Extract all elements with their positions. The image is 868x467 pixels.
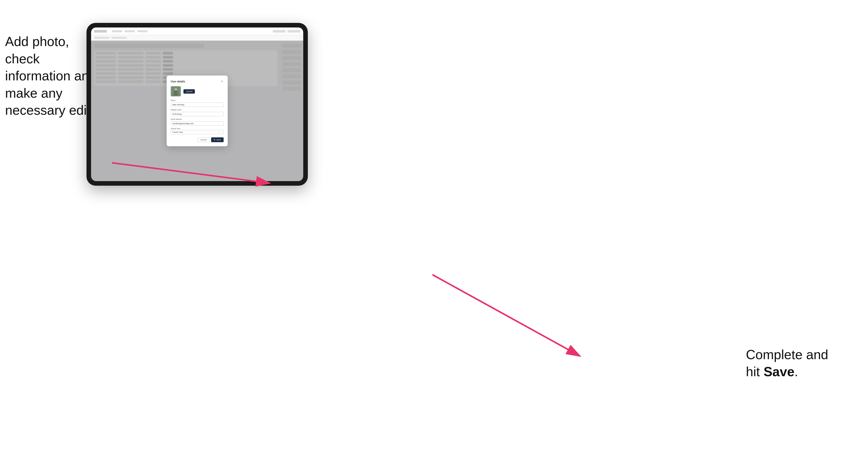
school-year-value: Fourth Year xyxy=(173,131,183,133)
save-icon: ⬆ xyxy=(214,138,215,141)
chevron-down-icon: ⌄ xyxy=(220,131,222,133)
nav-item-1 xyxy=(112,30,122,32)
clear-icon[interactable]: × xyxy=(218,131,220,133)
svg-point-2 xyxy=(173,92,178,96)
photo-section: Upload xyxy=(171,86,224,96)
avatar xyxy=(171,86,181,96)
header-btn-1 xyxy=(273,30,285,33)
nav-item-3 xyxy=(137,30,148,32)
select-icons: × ⌄ xyxy=(218,131,222,133)
email-field-group: Email address xyxy=(171,118,224,126)
display-name-input[interactable] xyxy=(171,112,224,116)
user-details-modal: User details × xyxy=(167,75,228,146)
close-icon[interactable]: × xyxy=(220,80,224,83)
app-header xyxy=(91,28,303,35)
name-label: Name xyxy=(171,99,224,101)
modal-title: User details xyxy=(171,80,185,83)
app-header-right xyxy=(273,30,300,33)
modal-overlay: User details × xyxy=(91,41,303,181)
app-nav xyxy=(112,30,148,32)
school-year-label: School Year xyxy=(171,128,224,129)
tablet-screen: User details × xyxy=(91,28,303,181)
cancel-button[interactable]: Cancel xyxy=(198,137,210,142)
school-year-select[interactable]: Fourth Year × ⌄ xyxy=(171,130,224,134)
school-year-field-group: School Year Fourth Year × ⌄ xyxy=(171,128,224,134)
modal-header: User details × xyxy=(171,80,224,83)
name-input[interactable] xyxy=(171,102,224,107)
content-area: User details × xyxy=(91,41,303,181)
app-logo xyxy=(94,30,107,33)
name-field-group: Name xyxy=(171,99,224,107)
display-name-label: Display name xyxy=(171,109,224,111)
email-label: Email address xyxy=(171,118,224,120)
nav-item-2 xyxy=(125,30,135,32)
modal-footer: Cancel ⬆ Save xyxy=(171,137,224,142)
email-input[interactable] xyxy=(171,121,224,126)
annotation-right: Complete and hit Save. xyxy=(746,346,853,380)
display-name-field-group: Display name xyxy=(171,109,224,116)
svg-rect-3 xyxy=(174,90,177,92)
upload-button[interactable]: Upload xyxy=(183,89,195,94)
header-btn-2 xyxy=(287,30,300,33)
save-button[interactable]: ⬆ Save xyxy=(211,137,224,142)
sub-header-item-2 xyxy=(112,37,127,39)
svg-line-7 xyxy=(432,275,580,356)
sub-header xyxy=(91,35,303,41)
tablet-frame: User details × xyxy=(87,23,308,186)
sub-header-breadcrumb xyxy=(94,37,110,39)
